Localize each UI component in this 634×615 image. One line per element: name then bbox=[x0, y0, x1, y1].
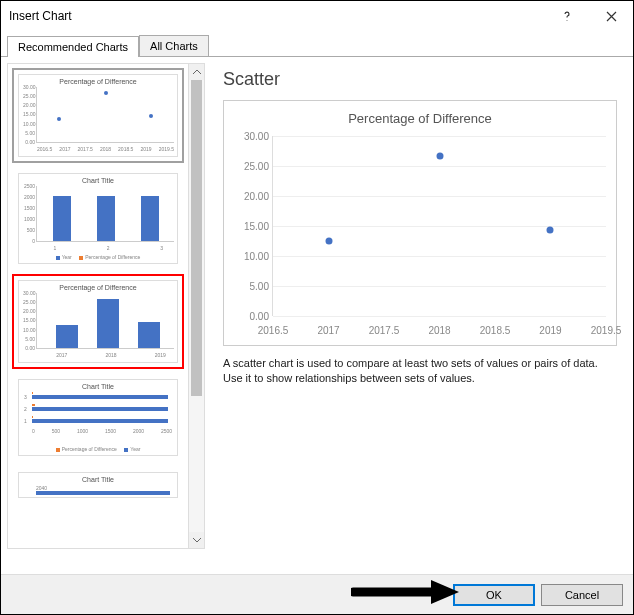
thumbnail-title: Chart Title bbox=[22, 177, 174, 184]
mini-x-axis: 201720182019 bbox=[37, 352, 174, 358]
thumbnail-list: Percentage of Difference 30.0025.0020.00… bbox=[7, 63, 189, 549]
scroll-up-button[interactable] bbox=[189, 64, 204, 80]
chart-thumbnail-bar[interactable]: Chart Title 3 2 1 bbox=[12, 373, 184, 462]
scroll-thumb[interactable] bbox=[191, 80, 202, 396]
tab-bar: Recommended Charts All Charts bbox=[1, 31, 633, 57]
chart-title: Percentage of Difference bbox=[234, 111, 606, 126]
thumbnail-title: Percentage of Difference bbox=[22, 78, 174, 85]
thumbnail-title: Chart Title bbox=[22, 383, 174, 390]
dialog-content: Percentage of Difference 30.0025.0020.00… bbox=[1, 57, 633, 555]
chart-thumbnail-clustered-column[interactable]: Chart Title 25002000150010005000 123 bbox=[12, 167, 184, 270]
window-title: Insert Chart bbox=[9, 9, 545, 23]
mini-x-axis: 123 bbox=[37, 245, 174, 251]
close-button[interactable] bbox=[589, 1, 633, 31]
title-bar: Insert Chart bbox=[1, 1, 633, 31]
ok-button[interactable]: OK bbox=[453, 584, 535, 606]
chart-thumbnail-column[interactable]: Percentage of Difference 30.0025.0020.00… bbox=[12, 274, 184, 369]
data-point bbox=[325, 238, 332, 245]
mini-y-axis: 30.0025.0020.0015.0010.005.000.00 bbox=[23, 290, 35, 351]
scroll-down-button[interactable] bbox=[189, 532, 204, 548]
chart-type-heading: Scatter bbox=[223, 69, 617, 90]
data-point bbox=[436, 153, 443, 160]
scroll-track[interactable] bbox=[189, 80, 204, 532]
thumbnail-legend: Year Percentage of Difference bbox=[22, 254, 174, 260]
thumbnail-scrollbar[interactable] bbox=[189, 63, 205, 549]
dialog-footer: OK Cancel bbox=[1, 574, 633, 614]
mini-x-axis: 2016.520172017.520182018.520192019.5 bbox=[37, 146, 174, 152]
data-point bbox=[547, 227, 554, 234]
thumbnail-legend: Percentage of Difference Year bbox=[22, 446, 174, 452]
chart-thumbnail-scatter[interactable]: Percentage of Difference 30.0025.0020.00… bbox=[12, 68, 184, 163]
chart-preview-panel: Scatter Percentage of Difference 30.00 2… bbox=[207, 57, 633, 555]
mini-y-axis: 25002000150010005000 bbox=[23, 183, 35, 244]
tab-recommended[interactable]: Recommended Charts bbox=[7, 36, 139, 57]
chart-description: A scatter chart is used to compare at le… bbox=[223, 356, 617, 387]
tab-all-charts[interactable]: All Charts bbox=[139, 35, 209, 56]
chart-preview[interactable]: Percentage of Difference 30.00 25.00 20.… bbox=[223, 100, 617, 346]
recommendation-sidebar: Percentage of Difference 30.0025.0020.00… bbox=[1, 57, 207, 555]
help-button[interactable] bbox=[545, 1, 589, 31]
chart-plot-area: 30.00 25.00 20.00 15.00 10.00 5.00 0.00 … bbox=[272, 136, 606, 316]
thumbnail-title: Percentage of Difference bbox=[22, 284, 174, 291]
mini-y-axis: 30.0025.0020.0015.0010.005.000.00 bbox=[23, 84, 35, 145]
thumbnail-title: Chart Title bbox=[22, 476, 174, 483]
chart-thumbnail-partial[interactable]: Chart Title 2040 bbox=[12, 466, 184, 504]
cancel-button[interactable]: Cancel bbox=[541, 584, 623, 606]
